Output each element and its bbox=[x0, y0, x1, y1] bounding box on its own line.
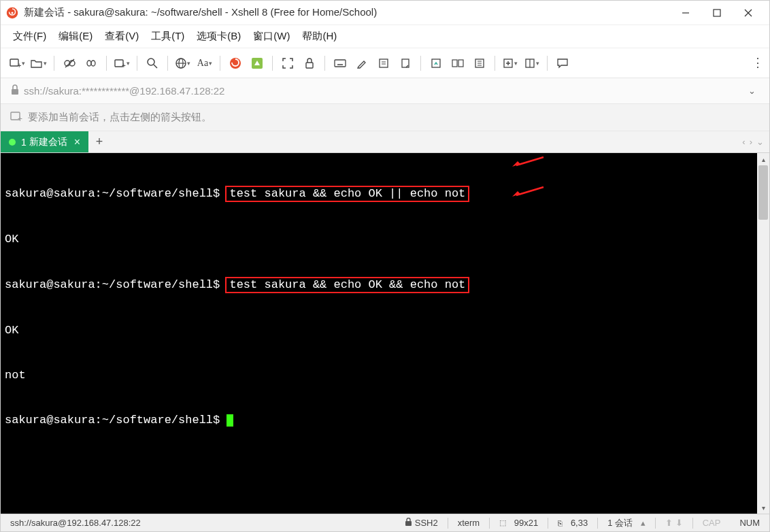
annotation-arrow-icon bbox=[511, 186, 545, 198]
maximize-button[interactable] bbox=[701, 2, 733, 24]
tab-next-icon[interactable]: › bbox=[750, 137, 752, 147]
command-1: test sakura && echo OK || echo not bbox=[225, 186, 469, 202]
status-protocol: SSH2 bbox=[415, 518, 438, 528]
terminal-area: sakura@sakura:~/software/shell$ test sak… bbox=[1, 153, 769, 514]
encoding-button[interactable]: ▾ bbox=[173, 54, 192, 73]
output-2b: not bbox=[5, 368, 753, 383]
upload-icon: ⬆ bbox=[665, 518, 673, 528]
menu-file[interactable]: 文件(F) bbox=[7, 27, 52, 46]
tab-close-icon[interactable]: × bbox=[74, 136, 80, 148]
svg-line-16 bbox=[154, 65, 157, 68]
menu-help[interactable]: 帮助(H) bbox=[297, 27, 342, 46]
font-button[interactable]: Aa▾ bbox=[195, 54, 214, 73]
terminal[interactable]: sakura@sakura:~/software/shell$ test sak… bbox=[1, 153, 757, 514]
highlight-button[interactable] bbox=[352, 54, 371, 73]
lock-icon bbox=[10, 84, 20, 97]
tunnels-button[interactable] bbox=[448, 54, 467, 73]
tab-index: 1 bbox=[21, 137, 27, 148]
svg-text:+: + bbox=[17, 61, 21, 69]
lock-button[interactable] bbox=[300, 54, 319, 73]
tab-nav: ‹ › ⌄ bbox=[737, 131, 769, 152]
output-1: OK bbox=[5, 232, 753, 247]
scrollbar[interactable]: ▴ ▾ bbox=[757, 153, 769, 514]
svg-point-12 bbox=[91, 61, 95, 66]
layout-button[interactable]: ▾ bbox=[522, 54, 541, 73]
address-input[interactable]: ssh://sakura:************@192.168.47.128… bbox=[24, 85, 744, 97]
transfer-button[interactable] bbox=[426, 54, 446, 73]
menu-edit[interactable]: 编辑(E) bbox=[53, 27, 98, 46]
fullscreen-button[interactable] bbox=[278, 54, 297, 73]
svg-rect-33 bbox=[452, 60, 457, 67]
session-tab[interactable]: 1 新建会话 × bbox=[1, 131, 88, 152]
log-button[interactable] bbox=[396, 54, 415, 73]
svg-marker-48 bbox=[512, 161, 520, 167]
svg-rect-3 bbox=[714, 10, 720, 16]
chat-button[interactable] bbox=[553, 54, 572, 73]
status-num: NUM bbox=[730, 518, 769, 528]
lock-icon bbox=[405, 518, 412, 529]
svg-line-47 bbox=[516, 157, 543, 165]
address-dropdown-icon[interactable]: ⌄ bbox=[744, 86, 760, 96]
status-connection: ssh://sakura@192.168.47.128:22 bbox=[1, 518, 150, 528]
toolbar-overflow-icon[interactable]: ⋮ bbox=[752, 55, 764, 70]
menu-tabs[interactable]: 选项卡(B) bbox=[191, 27, 246, 46]
new-tab-button[interactable]: ▾ bbox=[501, 54, 520, 73]
new-session-button[interactable]: +▾ bbox=[7, 54, 27, 73]
svg-rect-51 bbox=[405, 521, 412, 526]
status-size: 99x21 bbox=[514, 518, 538, 528]
status-cap: CAP bbox=[693, 518, 731, 528]
tab-list-icon[interactable]: ⌄ bbox=[756, 137, 764, 147]
tab-bar: 1 新建会话 × + ‹ › ⌄ bbox=[1, 131, 769, 153]
disconnect-button[interactable] bbox=[60, 54, 79, 73]
svg-rect-28 bbox=[380, 59, 388, 67]
open-session-button[interactable]: ▾ bbox=[29, 54, 48, 73]
xshell-icon[interactable] bbox=[226, 54, 245, 73]
script-button[interactable] bbox=[374, 54, 393, 73]
status-bar: ssh://sakura@192.168.47.128:22 SSH2 xter… bbox=[1, 514, 769, 531]
hint-bar: + 要添加当前会话，点击左侧的箭头按钮。 bbox=[1, 104, 769, 131]
svg-point-11 bbox=[87, 61, 91, 66]
status-cursor-pos: 6,33 bbox=[571, 518, 588, 528]
svg-text:+: + bbox=[18, 114, 22, 122]
svg-point-15 bbox=[148, 59, 154, 65]
prompt: sakura@sakura:~/software/shell$ bbox=[5, 414, 220, 427]
menu-bar: 文件(F) 编辑(E) 查看(V) 工具(T) 选项卡(B) 窗口(W) 帮助(… bbox=[1, 25, 769, 48]
search-button[interactable] bbox=[143, 54, 162, 73]
connection-status-icon bbox=[9, 139, 16, 146]
menu-window[interactable]: 窗口(W) bbox=[248, 27, 295, 46]
svg-point-1 bbox=[12, 12, 14, 14]
menu-tools[interactable]: 工具(T) bbox=[146, 27, 190, 46]
copy-button[interactable]: +▾ bbox=[112, 54, 131, 73]
command-2: test sakura && echo OK && echo not bbox=[225, 277, 469, 293]
new-tab-icon[interactable]: + bbox=[88, 131, 110, 152]
status-term: xterm bbox=[448, 518, 490, 528]
tab-label: 新建会话 bbox=[29, 136, 67, 148]
hint-text: 要添加当前会话，点击左侧的箭头按钮。 bbox=[28, 111, 212, 124]
add-session-icon[interactable]: + bbox=[10, 111, 22, 124]
prompt: sakura@sakura:~/software/shell$ bbox=[5, 187, 220, 200]
title-bar: 新建会话 - sakura@sakura: ~/software/shell -… bbox=[1, 1, 769, 25]
svg-text:+: + bbox=[122, 62, 126, 69]
download-icon: ⬇ bbox=[675, 518, 683, 528]
toolbar: +▾ ▾ +▾ ▾ Aa▾ ▾ ▾ bbox=[1, 48, 769, 78]
menu-view[interactable]: 查看(V) bbox=[99, 27, 144, 46]
svg-rect-22 bbox=[306, 63, 313, 68]
svg-rect-23 bbox=[335, 60, 346, 67]
status-sessions: 1 会话 bbox=[607, 517, 633, 529]
minimize-button[interactable] bbox=[670, 2, 701, 24]
scroll-up-icon[interactable]: ▴ bbox=[757, 153, 769, 165]
xftp-icon[interactable] bbox=[248, 54, 267, 73]
svg-marker-50 bbox=[512, 191, 520, 197]
keyboard-button[interactable] bbox=[331, 54, 350, 73]
close-button[interactable] bbox=[733, 2, 764, 24]
svg-rect-44 bbox=[12, 89, 18, 95]
window-title: 新建会话 - sakura@sakura: ~/software/shell -… bbox=[24, 6, 670, 19]
scroll-thumb[interactable] bbox=[758, 165, 768, 220]
prompt: sakura@sakura:~/software/shell$ bbox=[5, 278, 220, 291]
tab-prev-icon[interactable]: ‹ bbox=[742, 137, 745, 147]
properties-button[interactable] bbox=[470, 54, 489, 73]
scroll-down-icon[interactable]: ▾ bbox=[757, 501, 769, 514]
app-icon bbox=[6, 7, 18, 19]
sessions-up-icon[interactable]: ▴ bbox=[641, 518, 646, 528]
reconnect-button[interactable] bbox=[82, 54, 101, 73]
